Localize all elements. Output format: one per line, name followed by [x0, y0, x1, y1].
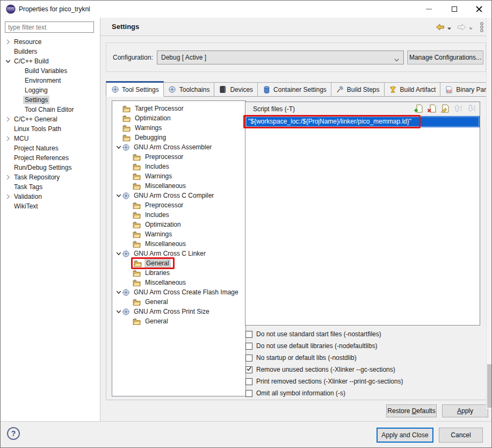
checkbox-unchecked[interactable]: [245, 390, 252, 397]
tool-tree-item-gnu-arm-cross-c-compiler[interactable]: GNU Arm Cross C Compiler: [112, 191, 245, 200]
edit-button[interactable]: [439, 104, 451, 114]
chevron-down-icon[interactable]: [114, 308, 122, 315]
checkbox-unchecked[interactable]: [245, 343, 252, 350]
chevron-down-icon[interactable]: [114, 192, 122, 199]
sidebar-item-run-debug-settings[interactable]: Run/Debug Settings: [1, 163, 99, 172]
sidebar-item-label: Project Natures: [12, 144, 60, 153]
apply-button[interactable]: Apply: [442, 404, 488, 417]
filter-input[interactable]: [5, 21, 94, 33]
configuration-select[interactable]: Debug [ Active ]: [157, 50, 404, 64]
tool-tree-item-miscellaneous[interactable]: Miscellaneous: [112, 181, 245, 191]
sidebar-item-environment[interactable]: Environment: [1, 76, 99, 85]
tool-tree-item-miscellaneous[interactable]: Miscellaneous: [112, 239, 245, 249]
sidebar-item-task-repository[interactable]: Task Repository: [1, 172, 99, 182]
sidebar-item-build-variables[interactable]: Build Variables: [1, 66, 99, 76]
tool-tree-item-preprocessor[interactable]: Preprocessor: [112, 152, 245, 162]
chevron-down-icon[interactable]: [4, 57, 12, 65]
tab-tool-settings[interactable]: Tool Settings: [106, 81, 164, 97]
vertical-scrollbar[interactable]: [486, 18, 492, 409]
tab-binary-parsers[interactable]: 010Binary Parsers: [440, 82, 492, 96]
tool-tree-item-general[interactable]: General: [112, 258, 245, 268]
sidebar-item-tool-chain-editor[interactable]: Tool Chain Editor: [1, 105, 99, 114]
sidebar-item-c-c-general[interactable]: C/C++ General: [1, 114, 99, 124]
forward-icon[interactable]: [457, 23, 466, 33]
scrollbar-thumb[interactable]: [487, 364, 492, 408]
sidebar-item-mcu[interactable]: MCU: [1, 134, 99, 143]
tool-tree-item-optimization[interactable]: Optimization: [112, 220, 245, 229]
sidebar-item-project-references[interactable]: Project References: [1, 153, 99, 163]
tool-tree-item-gnu-arm-cross-create-flash-image[interactable]: GNU Arm Cross Create Flash Image: [112, 287, 245, 297]
cancel-button[interactable]: Cancel: [439, 428, 483, 443]
checkbox-row-2: No startup or default libs (-nostdlib): [245, 352, 482, 364]
sidebar-item-validation[interactable]: Validation: [1, 192, 99, 201]
tool-tree-item-warnings[interactable]: Warnings: [112, 171, 245, 181]
tool-tree-item-miscellaneous[interactable]: Miscellaneous: [112, 278, 245, 287]
tool-tree-item-label: Warnings: [143, 172, 173, 180]
chevron-right-icon[interactable]: [4, 174, 12, 181]
tool-tree-item-label: GNU Arm Cross Print Size: [132, 307, 211, 316]
back-icon[interactable]: [436, 23, 445, 33]
chevron-down-icon[interactable]: [114, 250, 122, 257]
script-file-row[interactable]: "${workspace_loc:/${ProjName}/linker/pic…: [245, 116, 480, 127]
manage-configurations-button[interactable]: Manage Configurations...: [407, 50, 483, 64]
sidebar-item-linux-tools-path[interactable]: Linux Tools Path: [1, 124, 99, 134]
checkbox-unchecked[interactable]: [245, 355, 252, 362]
checkbox-unchecked[interactable]: [245, 378, 252, 385]
tool-tree-item-debugging[interactable]: Debugging: [112, 133, 245, 142]
delete-button[interactable]: [425, 104, 437, 114]
tab-build-artifact[interactable]: Build Artifact: [384, 82, 441, 96]
back-menu-icon[interactable]: [447, 24, 451, 32]
tool-tree-item-gnu-arm-cross-print-size[interactable]: GNU Arm Cross Print Size: [112, 307, 245, 316]
sidebar-item-logging[interactable]: Logging: [1, 85, 99, 95]
tool-tree-item-general[interactable]: General: [112, 316, 245, 326]
chevron-right-icon[interactable]: [4, 115, 12, 123]
tool-tree-item-includes[interactable]: Includes: [112, 210, 245, 220]
forward-menu-icon[interactable]: [469, 24, 473, 32]
tool-icon: [122, 250, 129, 257]
container-icon: [262, 86, 271, 93]
tab-build-steps[interactable]: Build Steps: [331, 82, 385, 96]
chevron-down-icon[interactable]: [114, 144, 122, 150]
sidebar-item-task-tags[interactable]: Task Tags: [1, 182, 99, 192]
chevron-right-icon[interactable]: [4, 193, 12, 200]
tool-tree-item-general[interactable]: General: [112, 297, 245, 307]
tool-tree-item-warnings[interactable]: Warnings: [112, 123, 245, 133]
close-button[interactable]: [470, 1, 488, 18]
tool-settings-tree: Target ProcessorOptimizationWarningsDebu…: [112, 100, 246, 396]
sidebar-item-resource[interactable]: Resource: [1, 37, 99, 47]
sidebar-item-c-c-build[interactable]: C/C++ Build: [1, 56, 99, 66]
move-down-button[interactable]: [466, 104, 477, 114]
tool-tree-item-target-processor[interactable]: Target Processor: [112, 104, 245, 113]
sidebar-item-settings[interactable]: Settings: [1, 95, 99, 105]
sidebar-item-project-natures[interactable]: Project Natures: [1, 143, 99, 153]
sidebar-item-label: Run/Debug Settings: [12, 163, 73, 172]
tab-devices[interactable]: Devices: [214, 82, 258, 96]
tool-tree-item-preprocessor[interactable]: Preprocessor: [112, 200, 245, 210]
chevron-spacer: [4, 203, 12, 210]
move-up-button[interactable]: [452, 104, 464, 114]
chevron-down-icon[interactable]: [114, 289, 122, 295]
restore-defaults-button[interactable]: Restore Defaults: [386, 404, 437, 417]
tool-tree-item-libraries[interactable]: Libraries: [112, 268, 245, 278]
chevron-right-icon[interactable]: [4, 135, 12, 142]
tab-toolchains[interactable]: Toolchains: [163, 82, 215, 96]
help-button[interactable]: ?: [7, 427, 20, 440]
tab-container-settings[interactable]: Container Settings: [257, 82, 331, 96]
checkbox-checked[interactable]: [245, 366, 252, 373]
maximize-button[interactable]: [445, 1, 464, 18]
tool-tree-item-optimization[interactable]: Optimization: [112, 113, 245, 123]
view-menu-icon[interactable]: [480, 22, 484, 34]
tool-tree-item-includes[interactable]: Includes: [112, 162, 245, 171]
minimize-button[interactable]: [419, 1, 438, 18]
sidebar-item-wikitext[interactable]: WikiText: [1, 201, 99, 211]
tool-tree-item-gnu-arm-cross-assembler[interactable]: GNU Arm Cross Assembler: [112, 142, 245, 152]
checkbox-unchecked[interactable]: [245, 331, 252, 338]
sidebar-item-builders[interactable]: Builders: [1, 47, 99, 56]
chevron-right-icon[interactable]: [4, 38, 12, 46]
tab-label: Build Steps: [347, 86, 380, 93]
tool-tree-item-warnings[interactable]: Warnings: [112, 229, 245, 239]
apply-and-close-button[interactable]: Apply and Close: [377, 428, 433, 443]
script-files-title: Script files (-T): [253, 105, 295, 113]
tool-tree-item-label: Debugging: [133, 133, 168, 142]
add-button[interactable]: [412, 104, 424, 114]
